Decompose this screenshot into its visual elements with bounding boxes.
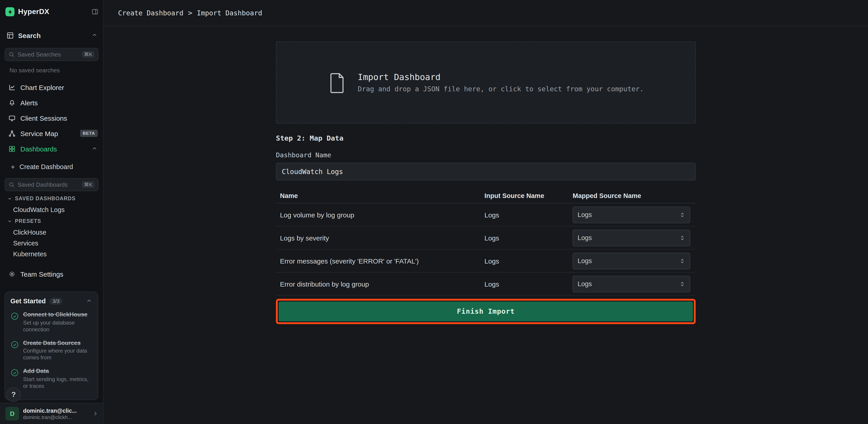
sidebar-item-label: Client Sessions (20, 114, 98, 122)
dropzone-subtitle: Drag and drop a JSON file here, or click… (358, 85, 644, 93)
search-section-icon (6, 31, 14, 39)
chevron-up-icon[interactable] (86, 298, 92, 304)
selected-option-label: Logs (578, 234, 592, 241)
sidebar-preset-kubernetes[interactable]: Kubernetes (13, 250, 103, 258)
table-header-row: Name Input Source Name Mapped Source Nam… (276, 189, 696, 203)
dashboards-grid-icon (8, 145, 16, 153)
section-header-label: PRESETS (15, 218, 41, 224)
sidebar: HyperDX Search ⌘K No saved searches Char… (0, 0, 103, 424)
saved-dashboards-input[interactable] (18, 181, 82, 188)
json-dropzone[interactable]: Import Dashboard Drag and drop a JSON fi… (276, 41, 696, 123)
chevron-right-icon (92, 411, 99, 417)
saved-searches-input[interactable] (18, 51, 82, 58)
input-source-cell: Logs (485, 280, 572, 288)
file-icon (328, 71, 346, 94)
sidebar-dashboard-cloudwatch-logs[interactable]: CloudWatch Logs (13, 206, 103, 214)
sidebar-item-service-map[interactable]: Service Map BETA (0, 126, 103, 141)
mapped-source-select[interactable]: Logs (572, 229, 690, 246)
select-chevrons-icon (679, 235, 685, 241)
section-header-label: SAVED DASHBOARDS (15, 196, 75, 201)
get-started-step-3[interactable]: Add Data Start sending logs, metrics, or… (10, 367, 92, 389)
user-name: dominic.tran@clic... (23, 407, 92, 414)
column-header-input-source: Input Source Name (485, 192, 572, 199)
table-row: Error distribution by log group Logs Log… (276, 272, 696, 296)
get-started-step-1[interactable]: Connect to ClickHouse Set up your databa… (10, 311, 92, 333)
breadcrumb-separator: > (188, 9, 192, 17)
preset-link-label: Kubernetes (13, 251, 46, 258)
table-row: Logs by severity Logs Logs (276, 226, 696, 250)
saved-searches-search[interactable]: ⌘K (4, 48, 99, 61)
step-title: Add Data (23, 367, 92, 374)
sidebar-item-dashboards[interactable]: Dashboards (0, 141, 103, 156)
app-root: HyperDX Search ⌘K No saved searches Char… (0, 0, 868, 424)
select-chevrons-icon (679, 212, 685, 218)
saved-dashboards-search[interactable]: ⌘K (4, 178, 99, 191)
user-menu[interactable]: D dominic.tran@clic... dominic.tran@clic… (0, 403, 103, 424)
dashboard-name-input[interactable] (276, 163, 696, 181)
collapse-sidebar-icon[interactable] (91, 8, 99, 15)
sidebar-item-label: Service Map (20, 130, 80, 137)
step-subtitle: Configure where your data comes from (23, 348, 92, 361)
step-title: Create Data Sources (23, 339, 92, 346)
sidebar-item-team-settings[interactable]: Team Settings (0, 266, 103, 282)
chart-name-cell: Log volume by log group (276, 211, 485, 219)
bell-icon (8, 99, 16, 106)
user-email: dominic.tran@clickh... (23, 414, 92, 420)
table-row: Log volume by log group Logs Logs (276, 203, 696, 226)
breadcrumb-import-dashboard: Import Dashboard (197, 9, 262, 17)
column-header-name: Name (276, 192, 485, 199)
check-circle-icon (10, 340, 19, 349)
finish-import-button[interactable]: Finish Import (279, 301, 693, 321)
chevron-up-icon[interactable] (91, 32, 98, 38)
sidebar-item-chart-explorer[interactable]: Chart Explorer (0, 79, 103, 95)
chart-name-cell: Error distribution by log group (276, 280, 485, 288)
mapped-source-select[interactable]: Logs (572, 206, 690, 223)
breadcrumb-create-dashboard[interactable]: Create Dashboard (118, 9, 183, 17)
preset-link-label: ClickHouse (13, 229, 46, 236)
select-chevrons-icon (679, 281, 685, 287)
select-chevrons-icon (679, 258, 685, 264)
input-source-cell: Logs (485, 257, 572, 265)
sidebar-item-alerts[interactable]: Alerts (0, 95, 103, 110)
sidebar-item-client-sessions[interactable]: Client Sessions (0, 110, 103, 126)
get-started-progress-badge: 3/3 (49, 298, 63, 304)
logo-row: HyperDX (5, 5, 99, 18)
gear-icon (8, 270, 16, 278)
check-circle-icon (10, 312, 19, 321)
brand-name: HyperDX (18, 8, 91, 16)
search-section-header[interactable]: Search (6, 29, 98, 41)
search-section-label: Search (18, 31, 91, 39)
topbar: Create Dashboard > Import Dashboard (103, 0, 868, 26)
sidebar-item-label: Alerts (20, 99, 98, 106)
chevron-up-icon[interactable] (91, 145, 98, 152)
service-map-icon (8, 130, 16, 137)
annotation-highlight-box: Finish Import (276, 299, 696, 324)
chart-name-cell: Logs by severity (276, 234, 485, 241)
search-icon (9, 182, 14, 188)
sidebar-item-label: Chart Explorer (20, 84, 98, 91)
chevron-down-icon (7, 196, 12, 201)
dropzone-title: Import Dashboard (358, 72, 644, 82)
step-subtitle: Start sending logs, metrics, or traces (23, 376, 92, 390)
step-label: Step 2: Map Data (276, 134, 696, 142)
get-started-step-2[interactable]: Create Data Sources Configure where your… (10, 339, 92, 361)
beta-badge: BETA (80, 130, 98, 137)
mapping-table: Name Input Source Name Mapped Source Nam… (276, 189, 696, 296)
avatar: D (5, 407, 19, 420)
chevron-down-icon (7, 219, 12, 224)
hyperdx-logo-icon (5, 7, 14, 16)
get-started-header[interactable]: Get Started 3/3 (10, 297, 92, 305)
help-button[interactable]: ? (6, 387, 21, 402)
shortcut-badge: ⌘K (82, 181, 95, 188)
sidebar-nav: Chart Explorer Alerts Client Sessions Se… (0, 79, 103, 156)
create-dashboard-button[interactable]: Create Dashboard (0, 160, 103, 173)
create-dashboard-label: Create Dashboard (20, 163, 73, 170)
sidebar-preset-services[interactable]: Services (13, 239, 103, 247)
mapped-source-select[interactable]: Logs (572, 275, 690, 292)
monitor-icon (8, 114, 16, 122)
sidebar-preset-clickhouse[interactable]: ClickHouse (13, 228, 103, 236)
mapped-source-select[interactable]: Logs (572, 253, 690, 269)
saved-dashboards-header[interactable]: SAVED DASHBOARDS (7, 195, 103, 202)
presets-header[interactable]: PRESETS (7, 218, 103, 225)
selected-option-label: Logs (578, 211, 592, 218)
